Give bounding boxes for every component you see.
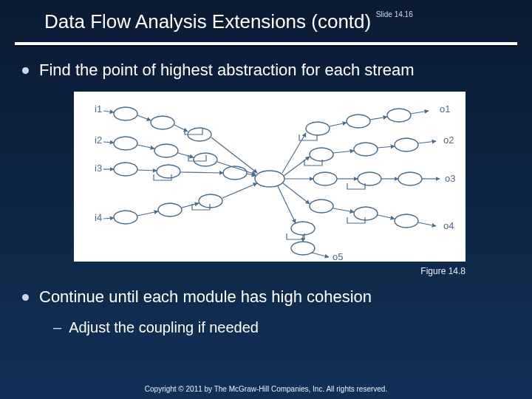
- svg-line-38: [180, 172, 223, 173]
- svg-point-23: [354, 207, 378, 220]
- svg-line-53: [418, 141, 436, 143]
- svg-line-57: [333, 208, 354, 212]
- figure: i1 i2 i3 i4 o1 o2 o3 o4 o5: [74, 92, 466, 262]
- svg-point-1: [151, 116, 174, 129]
- bullet-text: Continue until each module has high cohe…: [39, 287, 372, 308]
- sub-bullet-text: Adjust the coupling if needed: [69, 318, 259, 337]
- svg-line-49: [370, 117, 387, 120]
- figure-caption: Figure 14.8: [22, 266, 466, 276]
- dash-icon: –: [53, 318, 61, 337]
- label-i2: i2: [95, 134, 102, 146]
- svg-line-51: [333, 151, 354, 153]
- svg-line-48: [330, 123, 347, 126]
- svg-point-17: [354, 143, 378, 156]
- svg-point-4: [154, 144, 178, 157]
- svg-point-22: [310, 200, 333, 213]
- svg-line-61: [312, 253, 329, 257]
- slide-number: Slide 14.16: [376, 10, 413, 18]
- label-o5: o5: [332, 251, 343, 262]
- svg-line-42: [222, 183, 257, 198]
- svg-point-9: [158, 203, 182, 216]
- divider-wrap: [0, 38, 532, 45]
- svg-point-10: [199, 194, 222, 208]
- svg-line-31: [137, 115, 151, 120]
- svg-line-35: [178, 153, 194, 157]
- bullet-item: Continue until each module has high cohe…: [22, 287, 517, 308]
- slide-content: Find the point of highest abstraction fo…: [0, 45, 532, 337]
- svg-line-30: [103, 218, 114, 219]
- bullet-item: Find the point of highest abstraction fo…: [22, 60, 517, 81]
- svg-point-11: [255, 171, 284, 187]
- dataflow-diagram: i1 i2 i3 i4 o1 o2 o3 o4 o5: [74, 92, 466, 262]
- label-i3: i3: [95, 163, 102, 174]
- label-i1: i1: [95, 103, 102, 115]
- svg-line-37: [137, 170, 157, 171]
- sub-bullet-item: – Adjust the coupling if needed: [53, 318, 517, 337]
- svg-line-50: [411, 111, 429, 114]
- svg-point-0: [114, 107, 137, 120]
- label-o2: o2: [443, 134, 454, 146]
- slide-header: Data Flow Analysis Extensions (contd) Sl…: [0, 0, 532, 38]
- svg-point-21: [398, 172, 422, 185]
- slide-title: Data Flow Analysis Extensions (contd): [44, 10, 371, 33]
- svg-point-13: [306, 122, 330, 135]
- bullet-icon: [22, 67, 29, 74]
- bullet-text: Find the point of highest abstraction fo…: [39, 60, 415, 81]
- svg-line-34: [137, 145, 154, 149]
- svg-point-3: [114, 137, 137, 150]
- svg-line-46: [283, 183, 310, 204]
- svg-line-32: [174, 125, 188, 132]
- svg-line-41: [182, 203, 199, 208]
- svg-point-16: [310, 148, 333, 161]
- copyright: Copyright © 2011 by The McGraw-Hill Comp…: [0, 385, 532, 393]
- svg-point-20: [358, 172, 381, 185]
- svg-line-52: [378, 146, 395, 148]
- svg-line-40: [137, 211, 158, 216]
- svg-line-28: [103, 142, 114, 143]
- svg-point-8: [114, 211, 137, 224]
- svg-point-14: [347, 115, 370, 128]
- svg-line-59: [418, 222, 436, 226]
- svg-point-5: [194, 153, 217, 166]
- svg-line-47: [278, 186, 296, 223]
- label-o1: o1: [440, 103, 450, 115]
- label-o3: o3: [445, 173, 455, 184]
- svg-line-27: [103, 111, 114, 112]
- svg-point-26: [291, 242, 315, 255]
- svg-point-15: [387, 109, 411, 122]
- svg-point-25: [291, 222, 315, 235]
- svg-line-43: [282, 133, 306, 173]
- bullet-icon: [22, 294, 29, 301]
- label-o4: o4: [443, 220, 454, 231]
- svg-point-18: [395, 138, 418, 151]
- svg-point-19: [313, 172, 337, 185]
- svg-point-6: [114, 163, 137, 176]
- svg-line-44: [284, 157, 310, 176]
- svg-point-24: [395, 214, 418, 228]
- svg-line-58: [378, 215, 395, 219]
- label-i4: i4: [95, 212, 102, 223]
- svg-point-7: [157, 165, 180, 178]
- svg-point-12: [223, 166, 247, 180]
